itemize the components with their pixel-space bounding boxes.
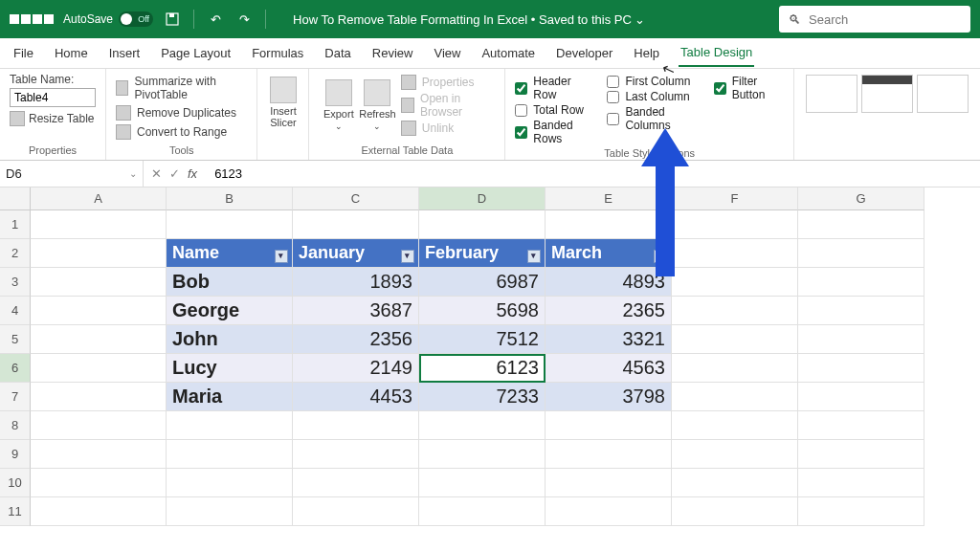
- row-header[interactable]: 6: [0, 354, 31, 383]
- table-cell[interactable]: 3687: [293, 297, 419, 325]
- cell[interactable]: [167, 469, 293, 497]
- cell[interactable]: [546, 440, 672, 469]
- style-swatch-2[interactable]: [861, 75, 913, 113]
- cell[interactable]: [419, 440, 546, 469]
- filter-dropdown-icon[interactable]: [275, 250, 288, 263]
- cell[interactable]: [419, 469, 546, 497]
- cell[interactable]: [31, 411, 167, 440]
- table-cell[interactable]: 4453: [293, 383, 419, 411]
- cell[interactable]: [798, 411, 924, 440]
- redo-button[interactable]: ↷: [234, 10, 254, 29]
- cell[interactable]: [672, 297, 798, 325]
- refresh-button[interactable]: Refresh⌄: [358, 73, 397, 138]
- cell[interactable]: [293, 497, 419, 526]
- cell[interactable]: [31, 469, 167, 497]
- cell[interactable]: [31, 268, 167, 297]
- cell[interactable]: [672, 497, 798, 526]
- cell[interactable]: [798, 469, 924, 497]
- cell[interactable]: [798, 297, 924, 325]
- select-all-corner[interactable]: [0, 187, 31, 210]
- chk-banded-rows[interactable]: Banded Rows: [515, 119, 593, 145]
- tab-help[interactable]: Help: [632, 40, 661, 66]
- cell[interactable]: [672, 469, 798, 497]
- cell[interactable]: [546, 497, 672, 526]
- tab-table-design[interactable]: Table Design: [679, 39, 754, 67]
- col-header[interactable]: G: [798, 187, 924, 210]
- cell[interactable]: [672, 268, 798, 297]
- chevron-down-icon[interactable]: ⌄: [129, 168, 137, 179]
- table-header[interactable]: January: [293, 239, 419, 268]
- filter-dropdown-icon[interactable]: [401, 250, 414, 263]
- row-header[interactable]: 1: [0, 210, 31, 239]
- tab-formulas[interactable]: Formulas: [250, 40, 305, 66]
- cell[interactable]: [31, 297, 167, 325]
- tab-home[interactable]: Home: [53, 40, 90, 66]
- table-cell[interactable]: Maria: [167, 383, 293, 411]
- chk-first-column[interactable]: First Column: [607, 75, 700, 88]
- formula-input[interactable]: [205, 166, 683, 181]
- cell[interactable]: [798, 354, 924, 383]
- cell[interactable]: [546, 469, 672, 497]
- chk-last-column[interactable]: Last Column: [607, 90, 700, 103]
- convert-range-button[interactable]: Convert to Range: [116, 124, 247, 140]
- cell[interactable]: [672, 440, 798, 469]
- filter-dropdown-icon[interactable]: [527, 250, 541, 263]
- tab-data[interactable]: Data: [323, 40, 352, 66]
- col-header[interactable]: D: [419, 187, 546, 210]
- col-header[interactable]: A: [31, 187, 167, 210]
- cell[interactable]: [672, 411, 798, 440]
- cell[interactable]: [293, 469, 419, 497]
- cell[interactable]: [798, 239, 924, 268]
- cell[interactable]: [31, 239, 167, 268]
- cell[interactable]: [31, 497, 167, 526]
- cell[interactable]: [31, 383, 167, 411]
- cell[interactable]: [167, 411, 293, 440]
- row-header[interactable]: 9: [0, 440, 31, 469]
- autosave-toggle[interactable]: AutoSave Off: [63, 11, 153, 27]
- cell[interactable]: [798, 383, 924, 411]
- search-input[interactable]: [809, 12, 969, 27]
- accept-formula-icon[interactable]: ✓: [169, 166, 180, 181]
- row-header[interactable]: 11: [0, 497, 31, 526]
- row-header[interactable]: 3: [0, 268, 31, 297]
- name-box[interactable]: D6 ⌄: [0, 161, 144, 187]
- tab-insert[interactable]: Insert: [107, 40, 143, 66]
- table-header[interactable]: February: [419, 239, 546, 268]
- cell[interactable]: [672, 325, 798, 354]
- table-cell[interactable]: 5698: [419, 297, 546, 325]
- row-header[interactable]: 7: [0, 383, 31, 411]
- table-cell[interactable]: 3321: [546, 325, 672, 354]
- cell[interactable]: [167, 210, 293, 239]
- cell[interactable]: [798, 268, 924, 297]
- row-header[interactable]: 5: [0, 325, 31, 354]
- cell[interactable]: [293, 411, 419, 440]
- cell[interactable]: [31, 325, 167, 354]
- table-cell[interactable]: 3798: [546, 383, 672, 411]
- tab-page-layout[interactable]: Page Layout: [159, 40, 233, 66]
- row-header[interactable]: 2: [0, 239, 31, 268]
- tab-automate[interactable]: Automate: [479, 40, 537, 66]
- autosave-switch[interactable]: Off: [119, 11, 153, 27]
- cell[interactable]: [546, 411, 672, 440]
- row-header[interactable]: 4: [0, 297, 31, 325]
- export-button[interactable]: Export⌄: [319, 73, 358, 138]
- cell[interactable]: [672, 354, 798, 383]
- cell[interactable]: [672, 239, 798, 268]
- search-box[interactable]: 🔍︎: [779, 6, 970, 33]
- tab-file[interactable]: File: [11, 40, 35, 66]
- cell[interactable]: [672, 210, 798, 239]
- table-cell[interactable]: 2365: [546, 297, 672, 325]
- table-cell[interactable]: 7512: [419, 325, 546, 354]
- table-header[interactable]: Name: [167, 239, 293, 268]
- cell[interactable]: [419, 210, 546, 239]
- summarize-pivot-button[interactable]: Summarize with PivotTable: [116, 75, 247, 101]
- tab-view[interactable]: View: [432, 40, 462, 66]
- style-swatch-3[interactable]: [917, 75, 969, 113]
- tab-review[interactable]: Review: [370, 40, 415, 66]
- table-cell[interactable]: 1893: [293, 268, 419, 297]
- cell[interactable]: [31, 354, 167, 383]
- document-title[interactable]: How To Remove Table Formatting In Excel …: [293, 12, 645, 27]
- insert-slicer-button[interactable]: Insert Slicer: [261, 73, 305, 132]
- table-cell[interactable]: Bob: [167, 268, 293, 297]
- cell[interactable]: [798, 497, 924, 526]
